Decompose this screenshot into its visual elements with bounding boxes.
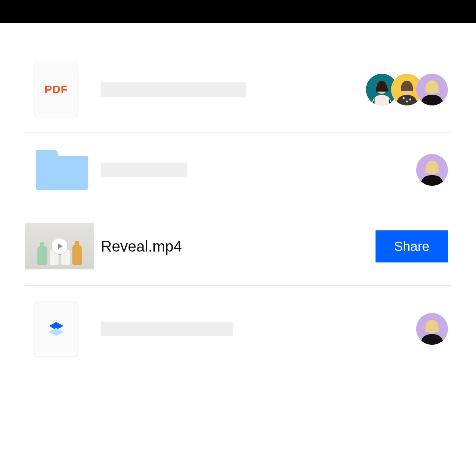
file-name-placeholder xyxy=(101,82,246,97)
svg-point-4 xyxy=(406,100,408,102)
file-name-cell xyxy=(101,163,339,177)
video-thumbnail xyxy=(25,223,94,269)
folder-icon xyxy=(35,149,89,191)
file-collaborators xyxy=(339,74,451,105)
file-name-placeholder xyxy=(101,322,233,336)
file-icon-cell xyxy=(25,149,101,191)
svg-marker-9 xyxy=(49,328,63,336)
file-name-cell: Reveal.mp4 xyxy=(101,237,339,255)
file-collaborators xyxy=(339,154,451,186)
svg-point-2 xyxy=(403,97,405,99)
file-icon-cell xyxy=(25,223,101,269)
file-row[interactable] xyxy=(25,286,451,372)
file-name-placeholder xyxy=(101,163,187,177)
file-name-cell xyxy=(101,82,339,97)
file-icon-cell xyxy=(25,301,101,356)
file-name-cell xyxy=(101,322,339,336)
svg-rect-6 xyxy=(36,156,88,190)
avatar[interactable] xyxy=(416,74,448,105)
file-collaborators xyxy=(339,313,451,345)
thumbnail-object xyxy=(37,246,47,265)
svg-point-3 xyxy=(409,99,411,100)
window-top-bar xyxy=(0,0,476,23)
dropbox-file-icon xyxy=(35,301,78,356)
pdf-label: PDF xyxy=(45,83,68,96)
pdf-file-icon: PDF xyxy=(35,62,78,117)
play-icon xyxy=(52,238,67,254)
file-list: PDF xyxy=(0,23,476,372)
avatar[interactable] xyxy=(416,154,448,186)
file-actions: Share xyxy=(339,230,451,262)
file-row[interactable] xyxy=(25,133,451,207)
avatar[interactable] xyxy=(416,313,448,345)
share-button[interactable]: Share xyxy=(376,230,448,262)
file-icon-cell: PDF xyxy=(25,62,101,117)
file-row[interactable]: PDF xyxy=(25,46,451,133)
file-name: Reveal.mp4 xyxy=(101,237,182,255)
file-row[interactable]: Reveal.mp4 Share xyxy=(25,207,451,286)
thumbnail-object xyxy=(72,245,82,265)
